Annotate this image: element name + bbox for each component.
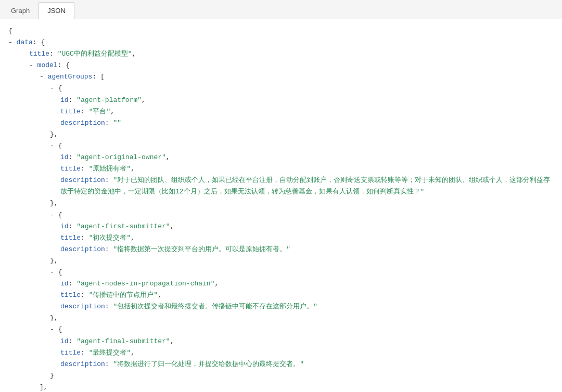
json-line: description: "包括初次提交者和最终提交者。传播链中可能不存在这部分… [8,301,554,312]
json-line: id: "agent-first-submitter", [8,221,554,232]
json-line: id: "agent-final-submitter", [8,336,554,347]
json-line: ], [8,382,554,392]
json-line: - { [8,83,554,94]
json-line: description: "" [8,117,554,129]
tab-json[interactable]: JSON [39,2,74,19]
json-line: title: "UGC中的利益分配模型", [8,48,554,60]
json-line: }, [8,129,554,140]
json-line: - agentGroups: [ [8,71,554,83]
json-line: { [8,25,554,37]
json-line: title: "平台", [8,106,554,117]
tab-bar: Graph JSON [0,0,562,19]
json-line: description: "对于已知的团队、组织或个人，如果已经在平台注册，自动… [8,175,554,198]
json-line: title: "初次提交者", [8,232,554,244]
json-line: id: "agent-platform", [8,95,554,106]
json-line: id: "agent-nodes-in-propagation-chain", [8,278,554,290]
json-line: - model: { [8,60,554,71]
json-display: {- data: {title: "UGC中的利益分配模型",- model: … [8,25,554,392]
json-line: - { [8,324,554,335]
json-line: }, [8,312,554,324]
app-container: Graph JSON {- data: {title: "UGC中的利益分配模型… [0,0,562,392]
json-line: id: "agent-original-owner", [8,152,554,163]
json-content: {- data: {title: "UGC中的利益分配模型",- model: … [0,19,562,392]
json-line: - { [8,140,554,152]
json-line: - { [8,267,554,278]
json-line: - { [8,210,554,221]
json-line: - data: { [8,37,554,48]
json-line: }, [8,198,554,209]
json-line: description: "将数据进行了归一化处理，并提交给数据中心的最终提交者… [8,359,554,370]
json-line: title: "最终提交者", [8,347,554,359]
json-line: } [8,370,554,382]
json-line: }, [8,255,554,267]
tab-graph[interactable]: Graph [2,2,39,19]
json-line: description: "指将数据第一次提交到平台的用户。可以是原始拥有者。" [8,244,554,255]
json-line: title: "原始拥有者", [8,163,554,175]
json-line: title: "传播链中的节点用户", [8,290,554,301]
